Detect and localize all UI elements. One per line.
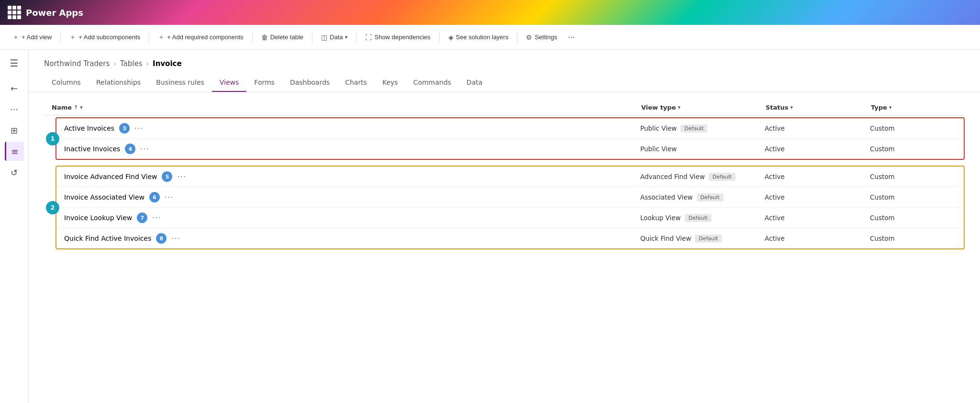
row-more-button[interactable]: ···	[171, 234, 180, 243]
breadcrumb-root[interactable]: Northwind Traders	[44, 59, 110, 68]
row-name[interactable]: Invoice Lookup View	[64, 214, 132, 222]
show-dependencies-button[interactable]: ⛶ Show dependencies	[360, 31, 435, 44]
name-cell: Invoice Associated View6···	[64, 192, 640, 202]
sidebar-table-icon[interactable]: ⊞	[5, 121, 24, 140]
type-cell: Custom	[870, 214, 956, 222]
row-more-button[interactable]: ···	[177, 172, 186, 181]
default-badge: Default	[695, 235, 722, 243]
gear-icon: ⚙	[526, 34, 532, 41]
type-cell: Custom	[870, 145, 956, 153]
type-cell: Custom	[870, 193, 956, 201]
row-name[interactable]: Invoice Associated View	[64, 193, 145, 201]
tab-relationships[interactable]: Relationships	[89, 74, 148, 92]
table-row: Invoice Associated View6···Associated Vi…	[56, 187, 964, 208]
breadcrumb-sep-1: ›	[113, 60, 116, 67]
default-badge: Default	[685, 214, 712, 222]
viewtype-dropdown-icon[interactable]: ▾	[678, 104, 680, 111]
add-required-button[interactable]: ＋ + Add required components	[153, 30, 248, 45]
dependencies-icon: ⛶	[365, 34, 372, 41]
status-cell: Active	[765, 214, 870, 222]
add-subcomponents-button[interactable]: ＋ + Add subcomponents	[65, 30, 145, 45]
col-type[interactable]: Type ▾	[871, 104, 957, 111]
row-number-badge: 6	[149, 192, 160, 202]
toolbar-divider-2	[149, 32, 149, 43]
add-view-button[interactable]: ＋ + Add view	[8, 30, 56, 45]
layers-icon: ◈	[448, 34, 454, 41]
more-button[interactable]: ···	[564, 29, 579, 45]
sort-dropdown-icon[interactable]: ▾	[80, 104, 83, 111]
status-dropdown-icon[interactable]: ▾	[791, 104, 793, 111]
viewtype-cell: Advanced Find ViewDefault	[640, 173, 765, 181]
name-cell: Quick Find Active Invoices8···	[64, 233, 640, 244]
sidebar-ellipsis-icon[interactable]: ···	[5, 100, 24, 119]
data-dropdown-icon: ▾	[345, 34, 347, 40]
row-name[interactable]: Inactive Invoices	[64, 145, 120, 153]
row-more-button[interactable]: ···	[152, 213, 161, 222]
settings-button[interactable]: ⚙ Settings	[521, 31, 562, 44]
name-cell: Inactive Invoices4···	[64, 144, 640, 154]
viewtype-cell: Lookup ViewDefault	[640, 214, 765, 222]
type-cell: Custom	[870, 173, 956, 180]
status-cell: Active	[765, 193, 870, 201]
breadcrumb: Northwind Traders › Tables › Invoice	[29, 50, 980, 68]
default-badge: Default	[709, 173, 735, 181]
sort-asc-icon: ↑	[74, 104, 78, 111]
row-more-button[interactable]: ···	[165, 193, 174, 202]
view-type-label: Public View	[640, 124, 677, 132]
table-header: Name ↑ ▾ View type ▾ Status ▾ Type ▾	[44, 100, 965, 115]
app-logo: Power Apps	[8, 6, 83, 19]
status-cell: Active	[765, 145, 870, 153]
tab-commands[interactable]: Commands	[406, 74, 459, 92]
row-name[interactable]: Quick Find Active Invoices	[64, 235, 151, 242]
tab-business-rules[interactable]: Business rules	[148, 74, 212, 92]
sidebar-back-icon[interactable]: ←	[5, 78, 24, 98]
table-row: Quick Find Active Invoices8···Quick Find…	[56, 228, 964, 248]
delete-table-button[interactable]: 🗑 Delete table	[256, 31, 308, 44]
see-solution-layers-button[interactable]: ◈ See solution layers	[444, 31, 513, 44]
type-dropdown-icon[interactable]: ▾	[889, 104, 892, 111]
section-wrapper-2: 2Invoice Advanced Find View5···Advanced …	[56, 166, 965, 249]
plus-icon: ＋	[12, 33, 19, 42]
col-view-type[interactable]: View type ▾	[641, 104, 766, 111]
tab-keys[interactable]: Keys	[375, 74, 406, 92]
sidebar-history-icon[interactable]: ↺	[5, 163, 24, 182]
trash-icon: 🗑	[261, 34, 268, 41]
tab-columns[interactable]: Columns	[44, 74, 89, 92]
table-row: Invoice Lookup View7···Lookup ViewDefaul…	[56, 208, 964, 228]
section-wrapper-1: 1Active Invoices3···Public ViewDefaultAc…	[56, 117, 965, 160]
table-row: Active Invoices3···Public ViewDefaultAct…	[56, 118, 964, 139]
breadcrumb-current: Invoice	[153, 59, 182, 68]
view-type-label: Quick Find View	[640, 235, 691, 242]
section-badge-2: 2	[46, 201, 59, 214]
sidebar-views-icon[interactable]: ≡	[5, 142, 24, 161]
row-name[interactable]: Active Invoices	[64, 124, 114, 132]
col-status[interactable]: Status ▾	[766, 104, 871, 111]
tab-views[interactable]: Views	[212, 74, 247, 92]
row-number-badge: 3	[119, 123, 130, 134]
col-name[interactable]: Name ↑ ▾	[52, 104, 641, 111]
toolbar-divider-7	[517, 32, 517, 43]
toolbar: ＋ + Add view ＋ + Add subcomponents ＋ + A…	[0, 25, 980, 50]
tab-dashboards[interactable]: Dashboards	[282, 74, 337, 92]
tab-data[interactable]: Data	[459, 74, 490, 92]
breadcrumb-parent[interactable]: Tables	[120, 59, 143, 68]
name-cell: Invoice Lookup View7···	[64, 213, 640, 223]
row-more-button[interactable]: ···	[140, 145, 149, 153]
table-row: Inactive Invoices4···Public ViewActiveCu…	[56, 139, 964, 159]
data-button[interactable]: ◫ Data ▾	[316, 31, 352, 44]
default-badge: Default	[680, 124, 707, 133]
status-cell: Active	[765, 173, 870, 180]
table-area: Name ↑ ▾ View type ▾ Status ▾ Type ▾	[29, 92, 980, 403]
row-more-button[interactable]: ···	[134, 124, 144, 133]
tab-charts[interactable]: Charts	[337, 74, 375, 92]
tab-forms[interactable]: Forms	[246, 74, 282, 92]
toolbar-divider-5	[356, 32, 356, 43]
tab-bar: ColumnsRelationshipsBusiness rulesViewsF…	[29, 70, 980, 92]
view-type-label: Public View	[640, 145, 677, 153]
row-number-badge: 8	[156, 233, 167, 244]
row-name[interactable]: Invoice Advanced Find View	[64, 173, 157, 180]
sidebar-menu-icon[interactable]: ☰	[5, 54, 24, 73]
toolbar-divider-1	[60, 32, 61, 43]
main-layout: ☰ ← ··· ⊞ ≡ ↺ Northwind Traders › Tables…	[0, 50, 980, 403]
data-icon: ◫	[321, 34, 327, 41]
